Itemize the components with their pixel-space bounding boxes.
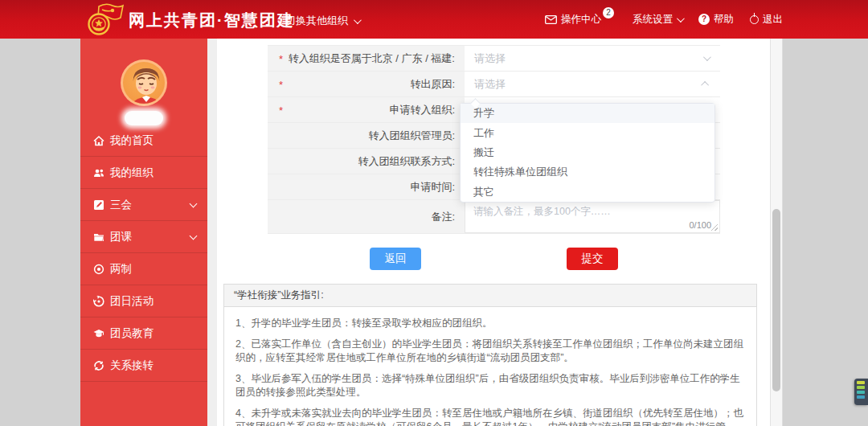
char-counter: 0/100 — [689, 220, 711, 230]
remark-textarea[interactable] — [465, 201, 719, 232]
widget-dot — [857, 381, 865, 384]
user-avatar — [121, 59, 167, 106]
guide-item: 2、已落实工作单位（含自主创业）的毕业学生团员：将团组织关系转接至工作单位团组织… — [235, 338, 745, 365]
sidebar-item-liangzhi[interactable]: 两制 — [80, 253, 207, 285]
submit-button[interactable]: 提交 — [567, 248, 618, 270]
guide-title: “学社衔接”业务指引: — [224, 285, 756, 307]
app-title: 网上共青团·智慧团建 — [129, 10, 295, 31]
mail-icon — [545, 15, 557, 24]
dropdown-option[interactable]: 其它 — [461, 182, 714, 202]
chevron-down-icon — [677, 14, 685, 23]
switch-organization[interactable]: 切换其他组织 — [285, 14, 359, 28]
question-icon: ? — [698, 14, 710, 25]
widget-dot — [857, 386, 865, 389]
dropdown-option[interactable]: 工作 — [461, 123, 714, 142]
remark-cell: 0/100 — [465, 200, 720, 233]
system-settings-label: 系统设置 — [633, 13, 673, 27]
select-placeholder: 请选择 — [474, 51, 506, 66]
chevron-down-icon — [354, 16, 362, 24]
chevron-down-icon — [190, 199, 198, 207]
dropdown-option[interactable]: 转往特殊单位团组织 — [461, 162, 714, 182]
system-settings[interactable]: 系统设置 — [633, 13, 682, 27]
form-row-region: * 转入组织是否属于北京 / 广东 / 福建: 请选择 — [268, 46, 720, 72]
chevron-down-icon — [190, 231, 198, 240]
guide-body: 1、升学的毕业学生团员：转接至录取学校相应的团组织。 2、已落实工作单位（含自主… — [224, 307, 756, 426]
select-placeholder: 请选择 — [474, 77, 506, 92]
field-label: 申请时间: — [268, 174, 465, 199]
floating-tool-widget[interactable] — [854, 379, 868, 405]
notification-badge: 2 — [603, 7, 614, 18]
dropdown-option[interactable]: 搬迁 — [461, 143, 714, 162]
transfer-reason-select[interactable]: 请选择 — [465, 72, 720, 96]
transfer-reason-dropdown: 升学 工作 搬迁 转往特殊单位团组织 其它 — [460, 103, 715, 203]
main-content: * 转入组织是否属于北京 / 广东 / 福建: 请选择 * 转出原因: 请选择 … — [217, 39, 770, 426]
remark-textarea-box: 0/100 — [465, 200, 720, 233]
sidebar-item-label: 两制 — [110, 262, 132, 276]
guide-item: 1、升学的毕业学生团员：转接至录取学校相应的团组织。 — [235, 317, 745, 330]
action-center[interactable]: 操作中心 2 — [545, 13, 616, 27]
sidebar-item-label: 关系接转 — [110, 358, 154, 373]
power-icon — [750, 15, 759, 24]
form-row-remark: 备注: 0/100 — [268, 200, 720, 234]
page-scrollbar[interactable] — [770, 39, 783, 426]
guide-item: 4、未升学或未落实就业去向的毕业学生团员：转至居住地或户籍地所在乡镇、街道团组织… — [235, 407, 745, 426]
sidebar-item-sanhui[interactable]: 三会 — [80, 189, 207, 221]
guide-box: “学社衔接”业务指引: 1、升学的毕业学生团员：转接至录取学校相应的团组织。 2… — [223, 284, 757, 426]
graduation-icon — [93, 327, 105, 339]
sidebar-item-label: 团日活动 — [110, 294, 154, 309]
sidebar-item-member-education[interactable]: 团员教育 — [80, 317, 207, 350]
field-label: * 申请转入组织: — [268, 97, 465, 122]
widget-dot — [857, 395, 865, 399]
sidebar-item-label: 三会 — [110, 198, 132, 212]
layout-gap — [207, 39, 217, 426]
field-label: * 转入组织是否属于北京 / 广东 / 福建: — [268, 46, 465, 71]
sidebar-item-label: 团员教育 — [110, 326, 154, 341]
sidebar-nav: 我的首页 我的组织 三会 团课 两制 团日活动 团员教育 — [80, 125, 207, 382]
form-row-transfer-reason: * 转出原因: 请选择 — [268, 72, 720, 97]
sidebar-item-tuanri-activity[interactable]: 团日活动 — [80, 285, 207, 317]
sidebar-item-label: 我的组织 — [110, 166, 154, 180]
chevron-down-icon — [703, 53, 711, 61]
field-label: * 转出原因: — [268, 72, 465, 96]
sidebar: 我的首页 我的组织 三会 团课 两制 团日活动 团员教育 — [80, 39, 207, 426]
sidebar-item-label: 团课 — [110, 230, 132, 244]
home-icon — [93, 134, 105, 146]
cyl-emblem-logo — [86, 2, 125, 37]
dropdown-option[interactable]: 升学 — [461, 104, 714, 123]
field-label: 备注: — [268, 200, 465, 233]
user-name-redacted — [125, 111, 163, 125]
required-marker: * — [279, 53, 283, 65]
help-label: 帮助 — [714, 13, 734, 27]
sidebar-item-relation-transfer[interactable]: 关系接转 — [80, 350, 207, 382]
field-label: 转入团组织联系方式: — [268, 149, 465, 174]
sidebar-item-home[interactable]: 我的首页 — [80, 125, 207, 157]
field-label: 转入团组织管理员: — [268, 123, 465, 148]
folder-icon — [93, 231, 105, 243]
action-center-label: 操作中心 — [561, 13, 601, 27]
logout[interactable]: 退出 — [750, 13, 783, 27]
edit-icon — [93, 199, 105, 211]
required-marker: * — [279, 104, 283, 117]
sidebar-item-tuanke[interactable]: 团课 — [80, 221, 207, 253]
logout-label: 退出 — [763, 13, 783, 27]
transfer-icon — [93, 359, 105, 371]
chevron-up-icon — [701, 81, 709, 89]
users-icon — [93, 166, 105, 178]
required-marker: * — [279, 79, 283, 91]
sidebar-item-my-organization[interactable]: 我的组织 — [80, 157, 207, 189]
scrollbar-thumb[interactable] — [772, 209, 780, 391]
back-button[interactable]: 返回 — [370, 248, 421, 270]
sidebar-item-label: 我的首页 — [110, 133, 154, 148]
region-select[interactable]: 请选择 — [465, 46, 720, 71]
widget-dot — [857, 391, 865, 394]
app-header: 网上共青团·智慧团建 切换其他组织 操作中心 2 系统设置 ? 帮助 退出 — [0, 0, 868, 39]
recycle-icon — [93, 295, 105, 307]
switch-organization-label: 切换其他组织 — [285, 14, 348, 28]
help[interactable]: ? 帮助 — [698, 13, 734, 27]
target-icon — [93, 263, 105, 275]
guide-item: 3、毕业后参军入伍的学生团员：选择“特殊单位团组织”后，由省级团组织负责审核。毕… — [235, 372, 745, 399]
